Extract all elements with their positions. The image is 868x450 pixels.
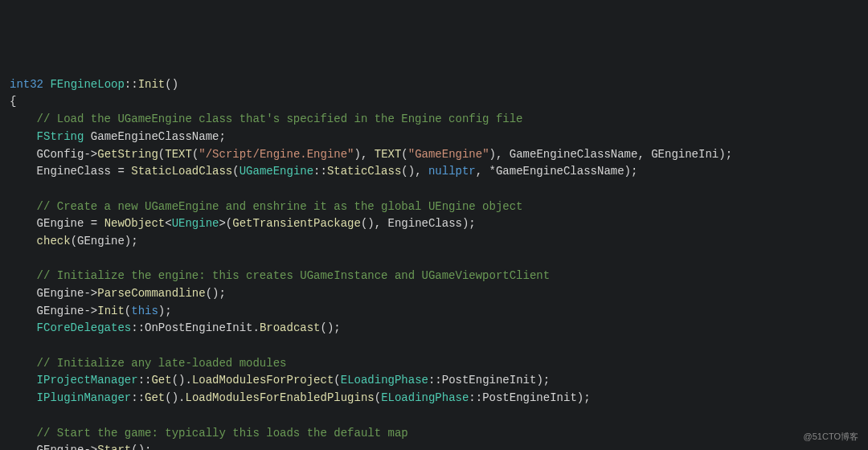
paren: (	[375, 391, 381, 404]
member: ::PostEngineInit);	[428, 374, 550, 387]
fn-call: Get	[151, 374, 171, 387]
ident: GEngine	[37, 444, 84, 450]
string: "/Script/Engine.Engine"	[199, 148, 354, 161]
var-decl: GameEngineClassName;	[91, 130, 226, 143]
paren: ()	[165, 78, 178, 91]
paren: (	[125, 305, 131, 317]
type: FString	[37, 130, 84, 143]
fn-call: Broadcast	[260, 321, 321, 334]
comment: // Start the game: typically this loads …	[37, 427, 408, 440]
fn-call: Init	[97, 305, 125, 317]
punc: );	[158, 305, 172, 317]
this: this	[131, 305, 158, 317]
punc: (GEngine);	[71, 235, 138, 248]
type: UEngine	[172, 217, 219, 230]
punc: ().	[172, 374, 192, 387]
string: "GameEngine"	[408, 148, 489, 161]
nullptr: nullptr	[428, 165, 476, 178]
ident: GEngine	[37, 287, 84, 300]
angle: >(	[219, 217, 232, 230]
fn-call: GetString	[97, 148, 158, 161]
type: IPluginManager	[37, 391, 132, 404]
op: ->	[84, 305, 97, 317]
scope-op: ::	[125, 78, 138, 91]
comment: // Initialize any late-loaded modules	[37, 357, 287, 370]
fn-call: Start	[97, 444, 131, 450]
punc: (), EngineClass);	[361, 217, 476, 230]
scope-op: ::	[138, 374, 152, 387]
punc: ();	[206, 287, 226, 300]
fn-call: StaticClass	[327, 165, 401, 178]
op: ->	[84, 287, 97, 300]
paren: (	[232, 165, 239, 178]
ident: EngineClass =	[37, 165, 132, 178]
macro: TEXT	[165, 148, 192, 161]
op: ->	[84, 444, 97, 450]
paren: (	[401, 148, 407, 161]
punc: ().	[165, 391, 185, 404]
ident: GConfig	[37, 148, 84, 161]
fn-name: Init	[138, 78, 166, 91]
comment: // Load the UGameEngine class that's spe…	[37, 112, 523, 125]
code-block: int32 FEngineLoop::Init() { // Load the …	[10, 76, 858, 450]
paren: (	[334, 374, 340, 387]
brace: {	[10, 95, 16, 108]
member: ::PostEngineInit);	[469, 391, 590, 404]
paren: (	[158, 148, 165, 161]
scope-op: ::	[313, 165, 327, 178]
op: ->	[84, 148, 97, 161]
fn-call: LoadModulesForProject	[192, 374, 334, 387]
return-type: int32	[10, 78, 43, 91]
punc: ), GameEngineClassName, GEngineIni);	[489, 148, 732, 161]
macro: check	[37, 235, 71, 248]
type: FCoreDelegates	[37, 321, 132, 334]
punc: (),	[401, 165, 428, 178]
comment: // Initialize the engine: this creates U…	[37, 269, 551, 282]
comment: // Create a new UGameEngine and enshrine…	[37, 200, 523, 213]
watermark: @51CTO博客	[804, 430, 858, 444]
fn-call: NewObject	[104, 217, 166, 230]
member: ::OnPostEngineInit.	[131, 321, 260, 334]
angle: <	[165, 217, 171, 230]
punc: ),	[354, 148, 375, 161]
type: IProjectManager	[37, 374, 138, 387]
punc: , *GameEngineClassName);	[476, 165, 638, 178]
macro: TEXT	[375, 148, 402, 161]
ident: GEngine =	[37, 217, 104, 230]
scope-op: ::	[131, 391, 145, 404]
fn-call: ParseCommandline	[97, 287, 205, 300]
type: UGameEngine	[240, 165, 313, 178]
class-name: FEngineLoop	[50, 78, 124, 91]
fn-call: Get	[145, 391, 165, 404]
type: ELoadingPhase	[341, 374, 428, 387]
fn-call: GetTransientPackage	[232, 217, 361, 230]
type: ELoadingPhase	[381, 391, 469, 404]
ident: GEngine	[37, 305, 84, 317]
punc: ();	[131, 444, 151, 450]
fn-call: LoadModulesForEnabledPlugins	[185, 391, 374, 404]
punc: ();	[321, 321, 341, 334]
fn-call: StaticLoadClass	[131, 165, 232, 178]
